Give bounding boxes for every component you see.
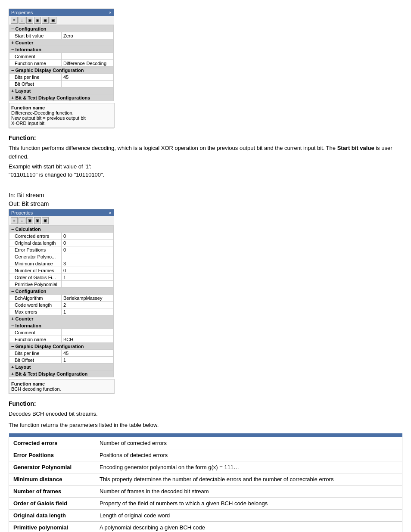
tb-btn-p2-1[interactable]: ≡	[11, 217, 18, 224]
prop-section-bittext-1: + Bit & Text Display Configurations	[9, 94, 114, 101]
prop-section-counter-1: + Counter	[9, 39, 114, 46]
parameters-table-1: Corrected errors Number of corrected err…	[9, 433, 402, 532]
panel-titlebar-1: Properties ×	[9, 9, 114, 16]
table1-row-galois: Order of Galois field Property of the fi…	[9, 497, 402, 509]
table1-row-numframes: Number of frames Number of frames in the…	[9, 485, 402, 497]
prop-row-comment-2: Comment	[9, 329, 114, 336]
prop-row-mindistance: Minimum distance 3	[9, 260, 114, 267]
panel-toolbar-2: ≡ ↓ ▣ ▣ ▣	[9, 216, 114, 225]
prop-section-layout-1: + Layout	[9, 87, 114, 94]
tb-btn-p2-4[interactable]: ▣	[34, 217, 41, 224]
prop-row-errorpositions: Error Positions 0	[9, 246, 114, 253]
prop-section-counter-2: + Counter	[9, 315, 114, 322]
prop-row-originaldatalength: Original data length 0	[9, 240, 114, 246]
function2-section: Function: Decodes BCH encoded bit stream…	[9, 400, 402, 429]
tb-btn-p2-5[interactable]: ▣	[42, 217, 49, 224]
prop-row-bitsperline-2: Bits per line 45	[9, 350, 114, 357]
prop-row-bitoffset-2: Bit Offset 1	[9, 357, 114, 364]
properties-panel-2: Properties × ≡ ↓ ▣ ▣ ▣ − Calculation Cor…	[9, 209, 114, 394]
prop-section-configuration-1: − Configuration	[9, 25, 114, 32]
prop-row-numframes: Number of Frames 0	[9, 267, 114, 274]
tb-btn-p2-3[interactable]: ▣	[26, 217, 33, 224]
tb-btn-6[interactable]: ▣	[50, 17, 56, 24]
tb-btn-1[interactable]: ≡	[11, 17, 18, 24]
function-name-box-1: Function name Difference-Decoding functi…	[9, 103, 115, 128]
prop-row-primitivepoly: Primitive Polynomial	[9, 281, 114, 288]
prop-row-bitsperline-1: Bits per line 45	[9, 74, 114, 81]
function2-line1: Decodes BCH encoded bit streams.	[9, 410, 402, 418]
function1-section: Function: This function performs differe…	[9, 134, 402, 178]
tb-btn-5[interactable]: ▣	[42, 17, 49, 24]
function1-example-text: "01101110" is changed to "10110100".	[9, 171, 402, 178]
prop-row-startbit: Start bit value Zero	[9, 32, 114, 39]
table1-row-corrected: Corrected errors Number of corrected err…	[9, 437, 402, 449]
panel-toolbar-1: ≡ ↓ ▣ ▣ ▣ ▣	[9, 16, 114, 25]
function1-example-heading: Example with start bit value of '1':	[9, 163, 402, 170]
prop-section-configuration-2: − Configuration	[9, 288, 114, 295]
prop-section-calculation: − Calculation	[9, 226, 114, 233]
table1-row-genpoly: Generator Polynomial Encoding generator …	[9, 461, 402, 473]
io-section: In: Bit stream Out: Bit stream	[9, 192, 402, 207]
prop-section-graphic-1: − Graphic Display Configuration	[9, 67, 114, 74]
io-in: In: Bit stream	[9, 192, 402, 199]
prop-section-graphic-2: − Graphic Display Configuration	[9, 343, 114, 350]
prop-row-codewordlength: Code word length 2	[9, 302, 114, 308]
function2-line2: The function returns the parameters list…	[9, 421, 402, 429]
tb-btn-2[interactable]: ↓	[19, 17, 25, 24]
properties-panel-1: Properties × ≡ ↓ ▣ ▣ ▣ ▣ − Configuration…	[9, 9, 114, 128]
tb-btn-p2-2[interactable]: ↓	[19, 217, 25, 224]
table1-header	[9, 433, 402, 437]
prop-row-maxerrors: Max errors 1	[9, 308, 114, 315]
function1-body: This function performs difference decodi…	[9, 144, 402, 161]
prop-row-bchalgorithm: BchAlgorithm BerlekampMassey	[9, 295, 114, 302]
table1-row-errorpos: Error Positions Positions of detected er…	[9, 449, 402, 461]
prop-section-information-2: − Information	[9, 322, 114, 329]
panel-close-2[interactable]: ×	[109, 210, 112, 215]
function2-heading: Function:	[9, 400, 402, 407]
prop-row-comment-1: Comment	[9, 53, 114, 60]
panel-title-2: Properties	[11, 210, 33, 215]
prop-row-corrected: Corrected errors 0	[9, 233, 114, 240]
prop-row-bitoffset-1: Bit Offset	[9, 81, 114, 87]
prop-table-2: − Calculation Corrected errors 0 Origina…	[9, 225, 114, 377]
prop-section-layout-2: + Layout	[9, 364, 114, 370]
table1-row-primitivepoly: Primitive polynomial A polynomial descri…	[9, 521, 402, 532]
tb-btn-4[interactable]: ▣	[34, 17, 41, 24]
prop-row-functionname-1: Function name Difference-Decoding	[9, 60, 114, 67]
table1-row-mindist: Minimum distance This property determine…	[9, 473, 402, 485]
prop-row-generatorpoly: Generator Polyno...	[9, 253, 114, 260]
prop-table-1: − Configuration Start bit value Zero + C…	[9, 25, 114, 101]
tb-btn-3[interactable]: ▣	[26, 17, 33, 24]
function1-heading: Function:	[9, 134, 402, 141]
prop-row-orderofgalois: Order of Galois Fi... 1	[9, 274, 114, 281]
function-name-box-2: Function name BCH decoding function.	[9, 379, 115, 394]
prop-section-information-1: − Information	[9, 46, 114, 53]
panel-titlebar-2: Properties ×	[9, 209, 114, 216]
table1-row-originallength: Original data length Length of original …	[9, 509, 402, 521]
prop-section-bittext-2: + Bit & Text Display Configuration	[9, 370, 114, 377]
panel-close-1[interactable]: ×	[109, 10, 112, 15]
panel-title-1: Properties	[11, 10, 33, 15]
prop-row-functionname-2: Function name BCH	[9, 336, 114, 343]
io-out: Out: Bit stream	[9, 200, 402, 207]
